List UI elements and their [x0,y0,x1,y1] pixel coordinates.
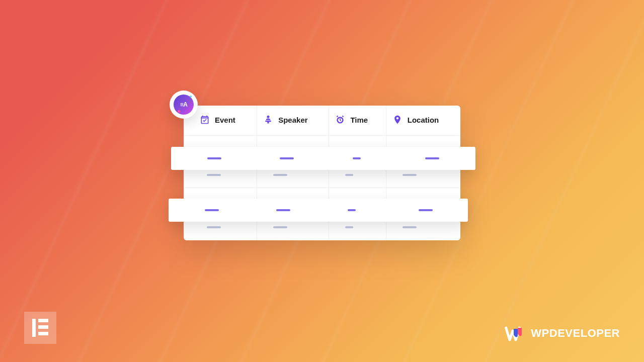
wpdeveloper-logo: WPDEVELOPER [505,325,620,342]
table-cell [329,136,386,162]
table-cell [184,162,257,188]
data-table-card: ≡A Event Speaker [184,106,460,240]
table-cell [329,188,386,214]
wpdeveloper-mark-icon [505,325,525,342]
column-label: Time [350,116,368,124]
placeholder-line [273,148,287,150]
placeholder-line [345,200,353,202]
table-cell [184,214,257,240]
logo-bar [38,332,48,335]
logo-bar [38,319,48,322]
elementor-logo [24,312,56,344]
placeholder-line [207,148,221,150]
alarm-clock-icon [335,115,345,125]
placeholder-line [207,226,221,228]
calendar-check-icon [200,115,210,125]
placeholder-line [273,200,287,202]
table-cell [386,162,460,188]
table-cell [386,136,460,162]
placeholder-line [345,148,353,150]
table-cell [257,214,329,240]
placeholder-line [403,174,417,176]
wpdeveloper-wordmark: WPDEVELOPER [531,327,620,340]
table-row [184,136,460,162]
placeholder-line [207,174,221,176]
table-cell [257,162,329,188]
table-cell [329,214,386,240]
table-cell [386,188,460,214]
table-cell [184,136,257,162]
column-label: Speaker [278,116,307,124]
placeholder-line [273,226,287,228]
logo-bar [32,319,36,337]
table-header-row: Event Speaker Time [184,106,460,136]
speaker-podium-icon [263,115,273,125]
placeholder-line [345,174,353,176]
column-label: Location [408,116,439,124]
ea-badge-inner: ≡A [174,95,194,115]
table-cell [386,214,460,240]
svg-rect-1 [265,121,271,122]
table-cell [257,136,329,162]
ea-badge: ≡A [170,90,198,119]
badge-accent-dot [190,96,192,98]
column-header-location: Location [386,106,460,136]
map-pin-icon [392,115,403,125]
placeholder-line [345,226,353,228]
table-row [184,214,460,240]
badge-label: ≡A [180,101,188,108]
svg-rect-2 [268,122,269,123]
table-cell [329,162,386,188]
column-label: Event [215,116,235,124]
table-cell [257,188,329,214]
placeholder-line [207,200,221,202]
column-header-speaker: Speaker [257,106,329,136]
event-table: Event Speaker Time [184,106,460,240]
placeholder-line [403,226,417,228]
table-cell [184,188,257,214]
placeholder-line [403,148,417,150]
column-header-time: Time [329,106,386,136]
placeholder-line [403,200,417,202]
logo-bar [38,325,48,329]
svg-point-0 [267,116,270,118]
placeholder-line [273,174,287,176]
table-row [184,162,460,188]
table-row [184,188,460,214]
badge-accent-dot [178,110,180,113]
